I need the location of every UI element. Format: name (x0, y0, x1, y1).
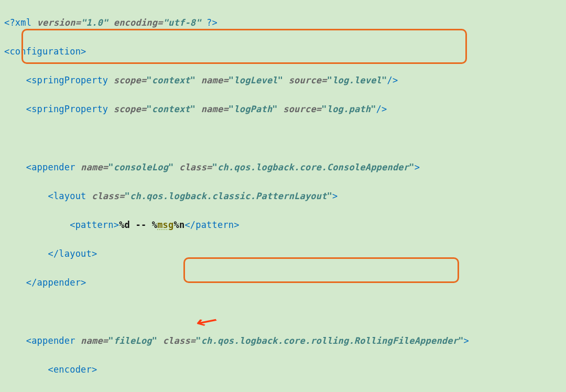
code-line: <encoder> (4, 363, 562, 377)
code-line: <appender name="consoleLog" class="ch.qo… (4, 160, 562, 175)
blank-line (4, 131, 562, 146)
code-line: </appender> (4, 276, 562, 290)
code-viewer: <?xml version="1.0" encoding="utf-8" ?> … (0, 0, 566, 392)
xml-decl: <?xml (4, 17, 37, 28)
code-line: <configuration> (4, 45, 562, 59)
blank-line (4, 304, 562, 319)
configuration-open: <configuration> (4, 46, 86, 57)
code-line: <layout class="ch.qos.logback.classic.Pa… (4, 189, 562, 204)
code-line: <appender name="fileLog" class="ch.qos.l… (4, 334, 562, 349)
code-line: <pattern>%d -- %msg%n</pattern> (4, 218, 562, 233)
code-line: <?xml version="1.0" encoding="utf-8" ?> (4, 16, 562, 30)
code-line: <springProperty scope="context" name="lo… (4, 73, 562, 88)
code-line: </layout> (4, 247, 562, 262)
code-line: <springProperty scope="context" name="lo… (4, 102, 562, 117)
